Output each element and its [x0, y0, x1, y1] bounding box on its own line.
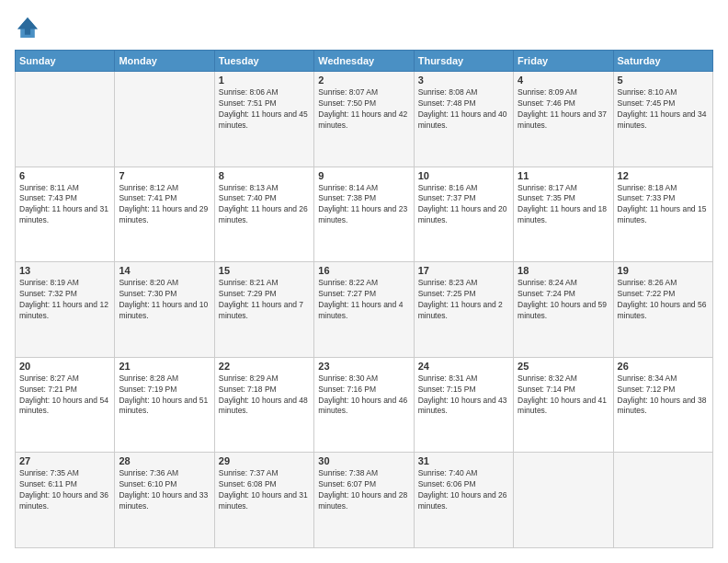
day-info: Sunrise: 8:17 AM Sunset: 7:35 PM Dayligh…	[518, 183, 609, 227]
day-number: 17	[418, 265, 509, 276]
day-header: Tuesday	[214, 51, 313, 72]
day-number: 27	[19, 455, 110, 466]
calendar-cell	[16, 72, 115, 167]
day-info: Sunrise: 8:19 AM Sunset: 7:32 PM Dayligh…	[19, 278, 110, 322]
day-info: Sunrise: 8:06 AM Sunset: 7:51 PM Dayligh…	[219, 87, 310, 132]
calendar-cell: 16Sunrise: 8:22 AM Sunset: 7:27 PM Dayli…	[314, 262, 414, 358]
day-header: Wednesday	[314, 51, 414, 72]
day-number: 16	[318, 265, 409, 276]
calendar-cell: 5Sunrise: 8:10 AM Sunset: 7:45 PM Daylig…	[613, 72, 712, 167]
day-info: Sunrise: 8:21 AM Sunset: 7:29 PM Dayligh…	[219, 278, 310, 322]
day-number: 9	[318, 170, 409, 181]
day-number: 11	[518, 170, 609, 181]
day-info: Sunrise: 7:36 AM Sunset: 6:10 PM Dayligh…	[119, 468, 210, 512]
calendar-cell: 14Sunrise: 8:20 AM Sunset: 7:30 PM Dayli…	[115, 262, 214, 358]
day-number: 14	[119, 265, 210, 276]
day-info: Sunrise: 8:11 AM Sunset: 7:43 PM Dayligh…	[19, 183, 110, 227]
day-info: Sunrise: 8:22 AM Sunset: 7:27 PM Dayligh…	[318, 278, 409, 322]
day-info: Sunrise: 8:20 AM Sunset: 7:30 PM Dayligh…	[119, 278, 210, 322]
day-info: Sunrise: 7:35 AM Sunset: 6:11 PM Dayligh…	[19, 468, 110, 512]
day-info: Sunrise: 8:08 AM Sunset: 7:48 PM Dayligh…	[418, 87, 509, 132]
day-info: Sunrise: 8:24 AM Sunset: 7:24 PM Dayligh…	[518, 278, 609, 322]
calendar-cell: 12Sunrise: 8:18 AM Sunset: 7:33 PM Dayli…	[613, 167, 712, 262]
day-number: 25	[518, 361, 609, 372]
calendar-cell: 28Sunrise: 7:36 AM Sunset: 6:10 PM Dayli…	[115, 453, 214, 548]
calendar-cell: 18Sunrise: 8:24 AM Sunset: 7:24 PM Dayli…	[514, 262, 613, 358]
day-info: Sunrise: 8:32 AM Sunset: 7:14 PM Dayligh…	[518, 373, 609, 418]
day-info: Sunrise: 7:40 AM Sunset: 6:06 PM Dayligh…	[418, 468, 509, 512]
day-number: 26	[618, 361, 709, 372]
day-number: 30	[318, 455, 409, 466]
day-header: Thursday	[414, 51, 513, 72]
calendar-cell: 11Sunrise: 8:17 AM Sunset: 7:35 PM Dayli…	[514, 167, 613, 262]
calendar-cell: 9Sunrise: 8:14 AM Sunset: 7:38 PM Daylig…	[314, 167, 414, 262]
calendar-cell: 25Sunrise: 8:32 AM Sunset: 7:14 PM Dayli…	[514, 357, 613, 453]
calendar-cell: 4Sunrise: 8:09 AM Sunset: 7:46 PM Daylig…	[514, 72, 613, 167]
day-number: 8	[219, 170, 310, 181]
day-info: Sunrise: 8:14 AM Sunset: 7:38 PM Dayligh…	[318, 183, 409, 227]
day-number: 4	[518, 75, 609, 86]
calendar-cell: 19Sunrise: 8:26 AM Sunset: 7:22 PM Dayli…	[613, 262, 712, 358]
day-info: Sunrise: 8:07 AM Sunset: 7:50 PM Dayligh…	[318, 87, 409, 132]
calendar-cell: 3Sunrise: 8:08 AM Sunset: 7:48 PM Daylig…	[414, 72, 513, 167]
calendar-cell: 29Sunrise: 7:37 AM Sunset: 6:08 PM Dayli…	[214, 453, 313, 548]
day-header: Friday	[514, 51, 613, 72]
day-number: 15	[219, 265, 310, 276]
day-info: Sunrise: 8:28 AM Sunset: 7:19 PM Dayligh…	[119, 373, 210, 418]
calendar-cell: 22Sunrise: 8:29 AM Sunset: 7:18 PM Dayli…	[214, 357, 313, 453]
calendar-cell: 15Sunrise: 8:21 AM Sunset: 7:29 PM Dayli…	[214, 262, 313, 358]
calendar-cell: 30Sunrise: 7:38 AM Sunset: 6:07 PM Dayli…	[314, 453, 414, 548]
calendar-cell: 26Sunrise: 8:34 AM Sunset: 7:12 PM Dayli…	[613, 357, 712, 453]
calendar-cell: 10Sunrise: 8:16 AM Sunset: 7:37 PM Dayli…	[414, 167, 513, 262]
logo	[15, 15, 44, 40]
day-number: 20	[19, 361, 110, 372]
day-header: Monday	[115, 51, 214, 72]
day-number: 10	[418, 170, 509, 181]
day-number: 31	[418, 455, 509, 466]
day-info: Sunrise: 8:30 AM Sunset: 7:16 PM Dayligh…	[318, 373, 409, 418]
calendar-cell	[514, 453, 613, 548]
day-number: 29	[219, 455, 310, 466]
day-number: 23	[318, 361, 409, 372]
day-info: Sunrise: 8:13 AM Sunset: 7:40 PM Dayligh…	[219, 183, 310, 227]
calendar-cell: 13Sunrise: 8:19 AM Sunset: 7:32 PM Dayli…	[16, 262, 115, 358]
day-header: Saturday	[613, 51, 712, 72]
day-info: Sunrise: 8:27 AM Sunset: 7:21 PM Dayligh…	[19, 373, 110, 418]
calendar-cell: 8Sunrise: 8:13 AM Sunset: 7:40 PM Daylig…	[214, 167, 313, 262]
day-number: 13	[19, 265, 110, 276]
day-number: 28	[119, 455, 210, 466]
day-info: Sunrise: 8:34 AM Sunset: 7:12 PM Dayligh…	[618, 373, 709, 418]
calendar-cell: 23Sunrise: 8:30 AM Sunset: 7:16 PM Dayli…	[314, 357, 414, 453]
calendar-cell: 6Sunrise: 8:11 AM Sunset: 7:43 PM Daylig…	[16, 167, 115, 262]
day-number: 18	[518, 265, 609, 276]
calendar-cell: 24Sunrise: 8:31 AM Sunset: 7:15 PM Dayli…	[414, 357, 513, 453]
day-info: Sunrise: 8:10 AM Sunset: 7:45 PM Dayligh…	[618, 87, 709, 132]
day-info: Sunrise: 8:12 AM Sunset: 7:41 PM Dayligh…	[119, 183, 210, 227]
day-info: Sunrise: 7:38 AM Sunset: 6:07 PM Dayligh…	[318, 468, 409, 512]
day-number: 19	[618, 265, 709, 276]
day-number: 22	[219, 361, 310, 372]
calendar-cell	[613, 453, 712, 548]
calendar-cell: 21Sunrise: 8:28 AM Sunset: 7:19 PM Dayli…	[115, 357, 214, 453]
day-number: 6	[19, 170, 110, 181]
day-info: Sunrise: 7:37 AM Sunset: 6:08 PM Dayligh…	[219, 468, 310, 512]
day-info: Sunrise: 8:23 AM Sunset: 7:25 PM Dayligh…	[418, 278, 509, 322]
calendar-cell: 2Sunrise: 8:07 AM Sunset: 7:50 PM Daylig…	[314, 72, 414, 167]
day-info: Sunrise: 8:09 AM Sunset: 7:46 PM Dayligh…	[518, 87, 609, 132]
calendar-cell	[115, 72, 214, 167]
logo-icon	[15, 15, 40, 40]
calendar-cell: 20Sunrise: 8:27 AM Sunset: 7:21 PM Dayli…	[16, 357, 115, 453]
day-header: Sunday	[16, 51, 115, 72]
day-info: Sunrise: 8:29 AM Sunset: 7:18 PM Dayligh…	[219, 373, 310, 418]
calendar: SundayMondayTuesdayWednesdayThursdayFrid…	[15, 50, 713, 548]
calendar-cell: 17Sunrise: 8:23 AM Sunset: 7:25 PM Dayli…	[414, 262, 513, 358]
day-info: Sunrise: 8:26 AM Sunset: 7:22 PM Dayligh…	[618, 278, 709, 322]
day-info: Sunrise: 8:18 AM Sunset: 7:33 PM Dayligh…	[618, 183, 709, 227]
calendar-cell: 7Sunrise: 8:12 AM Sunset: 7:41 PM Daylig…	[115, 167, 214, 262]
day-number: 7	[119, 170, 210, 181]
calendar-cell: 27Sunrise: 7:35 AM Sunset: 6:11 PM Dayli…	[16, 453, 115, 548]
calendar-cell: 31Sunrise: 7:40 AM Sunset: 6:06 PM Dayli…	[414, 453, 513, 548]
day-number: 24	[418, 361, 509, 372]
day-info: Sunrise: 8:16 AM Sunset: 7:37 PM Dayligh…	[418, 183, 509, 227]
day-number: 5	[618, 75, 709, 86]
